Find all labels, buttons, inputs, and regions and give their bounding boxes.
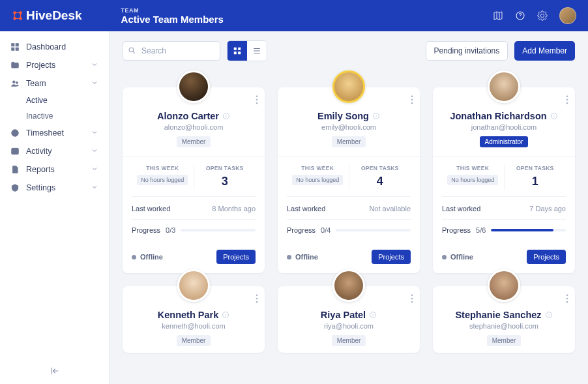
role-badge: Member [332,136,366,147]
activity-icon [10,147,20,156]
info-icon[interactable] [372,112,380,120]
projects-button[interactable]: Projects [527,250,566,264]
member-name: Jonathan Richardson [450,111,557,121]
sidebar-item-settings[interactable]: Settings [0,179,109,197]
sidebar-item-label: Settings [26,183,55,192]
svg-point-20 [256,102,258,104]
last-worked-label: Last worked [442,205,480,213]
status-text: Offline [450,253,473,261]
chevron-down-icon [91,128,98,136]
progress-label: Progress [287,226,316,234]
member-email: alonzo@hooli.com [132,123,256,131]
download-icon[interactable] [471,10,481,21]
sidebar-subitem-inactive[interactable]: Inactive [0,108,109,124]
last-worked-value: Not available [369,205,411,213]
sidebar-item-reports[interactable]: Reports [0,160,109,179]
stat-label: THIS WEEK [134,165,191,171]
svg-point-10 [16,81,18,83]
progress-fraction: 0/4 [321,226,331,234]
svg-point-24 [411,102,413,104]
open-tasks-value: 4 [352,175,409,188]
sidebar-item-timesheet[interactable]: Timesheet [0,124,109,142]
sidebar-item-dashboard[interactable]: Dashboard [0,38,109,56]
projects-button[interactable]: Projects [216,250,256,264]
sidebar-item-label: Dashboard [26,42,66,52]
gear-icon[interactable] [537,10,548,21]
card-menu-button[interactable] [566,95,568,106]
breadcrumb: TEAM [121,7,224,14]
help-icon[interactable] [515,10,525,21]
svg-point-13 [129,48,134,52]
page-title: Active Team Members [121,14,224,25]
role-badge: Member [177,335,211,346]
sidebar-item-activity[interactable]: Activity [0,142,109,160]
last-worked-value: 7 Days ago [529,205,566,213]
member-avatar [332,70,365,103]
progress-fraction: 0/3 [166,226,175,234]
collapse-sidebar-icon[interactable] [50,366,60,376]
grid-icon [233,46,242,55]
card-menu-button[interactable] [256,95,258,106]
map-icon[interactable] [493,10,503,21]
member-card: Alonzo Carter alonzo@hooli.comMemberTHIS… [123,87,265,273]
brand-logo[interactable]: HiveDesk [12,8,82,23]
open-tasks-value: 3 [197,175,254,188]
info-icon[interactable] [222,311,229,319]
list-view-button[interactable] [247,41,267,61]
card-menu-button[interactable] [566,294,568,305]
role-badge: Member [487,335,522,346]
svg-rect-6 [16,44,18,46]
sidebar-item-projects[interactable]: Projects [0,56,109,74]
svg-point-28 [566,102,568,104]
svg-point-19 [256,99,258,101]
svg-point-40 [566,301,568,303]
search-input[interactable] [123,41,220,61]
status-indicator: Offline [442,253,473,261]
stat-label: THIS WEEK [445,165,501,171]
member-avatar [177,269,210,302]
card-menu-button[interactable] [411,294,413,305]
svg-rect-5 [12,44,14,46]
svg-rect-7 [12,48,14,50]
grid-view-button[interactable] [228,41,247,61]
chevron-down-icon [91,79,98,87]
progress-bar [491,229,566,231]
status-indicator: Offline [132,253,163,261]
logo-icon [12,10,23,22]
member-name: Riya Patel [321,310,377,320]
info-icon[interactable] [369,311,377,319]
svg-rect-15 [238,48,241,50]
svg-point-26 [566,95,568,97]
member-email: emily@hooli.com [287,123,411,131]
sidebar-item-team[interactable]: Team [0,74,109,93]
pending-invitations-button[interactable]: Pending invitations [426,41,508,61]
dashboard-icon [10,42,20,52]
member-avatar [488,70,520,103]
sidebar-item-label: Timesheet [26,128,64,138]
card-menu-button[interactable] [256,294,258,305]
svg-rect-14 [234,48,237,50]
member-avatar [488,269,520,302]
info-icon[interactable] [550,112,558,120]
add-member-button[interactable]: Add Member [514,41,575,61]
sidebar-item-label: Team [26,79,46,88]
member-avatar [332,269,365,302]
status-text: Offline [140,253,163,261]
member-card: Emily Song emily@hooli.comMemberTHIS WEE… [278,87,420,273]
sidebar: DashboardProjectsTeamActiveInactiveTimes… [0,31,110,384]
projects-button[interactable]: Projects [372,250,411,264]
team-icon [10,79,20,88]
stat-label: THIS WEEK [289,165,346,171]
reports-icon [10,165,20,174]
user-avatar[interactable] [559,7,576,24]
role-badge: Administrator [480,136,529,147]
card-menu-button[interactable] [411,95,413,106]
sidebar-subitem-active[interactable]: Active [0,93,109,108]
info-icon[interactable] [222,112,230,120]
info-icon[interactable] [545,311,553,319]
member-card: Jonathan Richardson jonathan@hooli.comAd… [433,87,575,273]
svg-rect-8 [16,48,18,50]
view-toggle [227,40,267,61]
search-input-wrapper [123,41,220,61]
role-badge: Member [332,335,366,346]
